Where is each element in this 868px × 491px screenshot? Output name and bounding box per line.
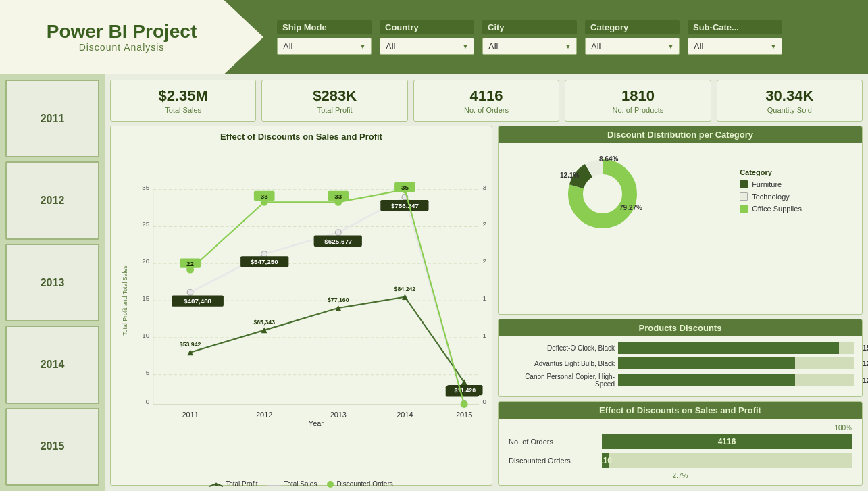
product-bar (618, 374, 795, 386)
donut-section: 8.64% 12.1% 79.27% Category Furniture (499, 143, 862, 238)
product-bar (618, 357, 795, 369)
sidebar-year-2013[interactable]: 2013 (5, 244, 99, 321)
svg-point-72 (584, 176, 621, 212)
product-bar-container: 12 (618, 374, 854, 386)
svg-text:0: 0 (146, 398, 150, 406)
filter-select-sub-category[interactable]: All (688, 38, 782, 55)
svg-text:20: 20 (483, 257, 486, 265)
app-title: Power BI Project (47, 22, 197, 43)
svg-text:$53,942: $53,942 (180, 341, 201, 348)
kpi-no.-of-products: 1810No. of Products (565, 80, 711, 122)
legend-profit: Total Profit (209, 480, 257, 488)
sidebar-year-2015[interactable]: 2015 (5, 408, 99, 486)
donut-legend: Category Furniture Technology (740, 168, 802, 213)
filter-select-category[interactable]: All (585, 38, 680, 55)
bottom-bar-row-1: Discounted Orders110 (509, 453, 852, 468)
kpi-value: 1810 (571, 87, 705, 105)
svg-text:Total Profit and Total Sales: Total Profit and Total Sales (122, 265, 128, 336)
kpi-total-profit: $283KTotal Profit (261, 80, 407, 122)
bottom-panel: Effect of Discounts on Sales and Profit … (498, 401, 863, 486)
app-subtitle: Discount Analysis (79, 42, 165, 53)
product-name: Canon Personal Copier, High-Speed (507, 373, 615, 388)
filter-label-category: Category (585, 20, 680, 34)
svg-point-30 (261, 251, 267, 257)
svg-text:$84,242: $84,242 (394, 286, 416, 292)
sidebar-year-2011[interactable]: 2011 (5, 80, 99, 157)
kpi-total-sales: $2.35MTotal Sales (110, 80, 256, 122)
svg-point-29 (187, 290, 193, 296)
svg-text:25: 25 (142, 220, 149, 228)
bottom-bar-container: 110 (602, 453, 852, 468)
svg-text:22: 22 (186, 260, 194, 267)
kpi-label: Total Profit (267, 106, 401, 114)
legend-orders: Discounted Orders (327, 480, 392, 488)
filter-label-ship-mode: Ship Mode (277, 20, 372, 34)
bottom-bar-label: Discounted Orders (509, 457, 596, 465)
product-bar-row: Deflect-O Clock, Black15 (507, 342, 854, 354)
svg-text:2011: 2011 (182, 411, 198, 419)
kpi-value: $283K (267, 87, 401, 105)
donut-panel: Discount Distribution per Category (498, 126, 863, 315)
svg-text:2014: 2014 (397, 411, 413, 419)
kpi-row: $2.35MTotal Sales$283KTotal Profit4116No… (110, 80, 863, 122)
svg-text:$756,247: $756,247 (391, 202, 419, 209)
filters-bar: Ship ModeAllCountryAllCityAllCategoryAll… (263, 0, 868, 74)
bottom-bar-container: 4116 (602, 434, 852, 449)
filter-select-city[interactable]: All (482, 38, 577, 55)
kpi-value: 30.34K (723, 87, 857, 105)
kpi-label: No. of Orders (419, 106, 553, 114)
svg-text:15: 15 (483, 294, 486, 302)
svg-text:35: 35 (401, 184, 409, 191)
kpi-quantity-sold: 30.34KQuantity Sold (717, 80, 863, 122)
filter-label-country: Country (380, 20, 474, 34)
product-bar-row: Advantus Light Bulb, Black12 (507, 357, 854, 369)
svg-text:$625,677: $625,677 (324, 238, 353, 245)
bottom-bar-label: No. of Orders (509, 438, 596, 446)
donut-legend-office: Office Supplies (740, 205, 802, 213)
chart-legend: Total Profit Total Sales Discounted Orde… (116, 480, 486, 488)
sidebar: 20112012201320142015 (0, 74, 105, 491)
svg-text:5: 5 (146, 369, 150, 376)
svg-text:0: 0 (483, 398, 486, 406)
kpi-label: No. of Products (571, 106, 705, 114)
svg-text:2012: 2012 (256, 411, 272, 419)
header: Power BI Project Discount Analysis Ship … (0, 0, 868, 74)
products-title: Products Discounts (499, 319, 862, 336)
pct-label-row: 100% (509, 424, 852, 432)
svg-text:33: 33 (334, 192, 342, 200)
sidebar-year-2014[interactable]: 2014 (5, 326, 99, 403)
svg-point-59 (461, 400, 468, 408)
content-area: $2.35MTotal Sales$283KTotal Profit4116No… (105, 74, 868, 491)
filter-select-country[interactable]: All (380, 38, 474, 55)
main-content: 20112012201320142015 $2.35MTotal Sales$2… (0, 74, 868, 491)
kpi-label: Quantity Sold (723, 106, 857, 114)
filter-category: CategoryAll (585, 20, 680, 55)
svg-text:15: 15 (142, 294, 149, 302)
filter-city: CityAll (482, 20, 577, 55)
logo-box: Power BI Project Discount Analysis (0, 0, 263, 74)
sidebar-year-2012[interactable]: 2012 (5, 161, 99, 239)
office-label: Office Supplies (752, 205, 802, 213)
bottom-title: Effect of Discounts on Sales and Profit (499, 402, 862, 419)
products-section: Deflect-O Clock, Black15Advantus Light B… (499, 336, 862, 396)
filter-country: CountryAll (380, 20, 474, 55)
products-panel: Products Discounts Deflect-O Clock, Blac… (498, 319, 863, 397)
product-bar-value: 15 (863, 344, 868, 352)
svg-text:$77,160: $77,160 (328, 296, 349, 303)
bottom-bar-pct: 2.7% (509, 472, 852, 480)
svg-text:$65,343: $65,343 (253, 319, 275, 326)
bottom-bar-fill: 4116 (602, 434, 852, 449)
svg-text:2013: 2013 (330, 411, 347, 419)
product-bar-value: 12 (863, 359, 868, 367)
svg-text:25: 25 (483, 220, 486, 228)
filter-sub-category: Sub-Cate...All (688, 20, 782, 55)
donut-title: Discount Distribution per Category (499, 126, 862, 143)
furniture-label: Furniture (752, 180, 782, 188)
filter-select-ship-mode[interactable]: All (277, 38, 372, 55)
product-bar-container: 12 (618, 357, 854, 369)
charts-row: Effect of Discounts on Sales and Profit (110, 126, 863, 486)
product-name: Deflect-O Clock, Black (507, 344, 615, 352)
line-chart-container: 0 5 10 15 20 25 35 0 10 15 20 25 35 (116, 146, 486, 477)
svg-text:10: 10 (142, 332, 149, 339)
kpi-no.-of-orders: 4116No. of Orders (413, 80, 559, 122)
